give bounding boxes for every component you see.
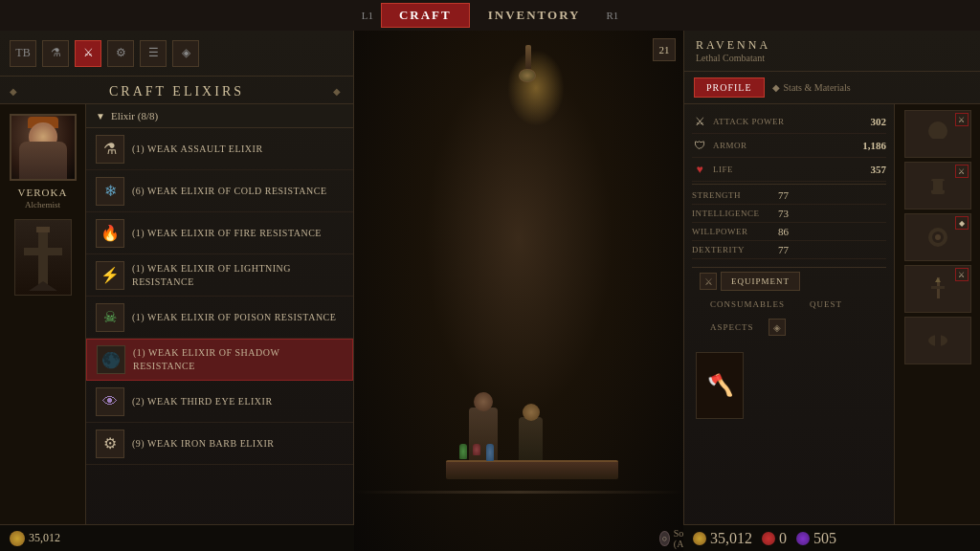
intelligence-label: Intelligence	[692, 209, 759, 218]
right-content-area: ⚔ Attack Power 302 🛡 Armor 1,186 ♥ Life …	[684, 104, 980, 551]
env-char-head	[474, 392, 493, 411]
elixir-text-cold: (6) WEAK ELIXIR OF COLD RESISTANCE	[132, 185, 327, 198]
right-bumper[interactable]: R1	[598, 10, 626, 21]
env-char2-head	[523, 404, 540, 421]
elixir-text-lightning: (1) WEAK ELIXIR OF LIGHTNING RESISTANCE	[132, 262, 344, 289]
env-lantern-glow	[507, 50, 565, 126]
category-arrow: ▼	[96, 111, 105, 121]
icon-tabs: TB ⚗ ⚔ ⚙ ☰ ◈	[10, 40, 199, 67]
armor-row: 🛡 Armor 1,186	[692, 134, 886, 158]
elixir-icon-shadow: 🌑	[97, 345, 125, 374]
inventory-tab[interactable]: INVENTORY	[470, 3, 599, 28]
elixir-item-shadow[interactable]: 🌑 (1) WEAK ELIXIR OF SHADOW RESISTANCE	[86, 339, 353, 381]
game-view-panel: 21 ○ Sort (All) ● Close	[354, 31, 683, 551]
icon-tabs-row: TB ⚗ ⚔ ⚙ ☰ ◈	[0, 31, 353, 77]
char-tab-1[interactable]: TB	[10, 40, 36, 67]
char-tab-2[interactable]: ⚗	[42, 40, 69, 67]
weapon-slots: 🪓	[692, 348, 886, 423]
attack-power-row: ⚔ Attack Power 302	[692, 110, 886, 134]
svg-rect-15	[935, 335, 941, 346]
right-char-name: RAVENNA	[696, 38, 969, 53]
char-tab-5[interactable]: ☰	[140, 40, 167, 67]
elixir-item-lightning[interactable]: ⚡ (1) WEAK ELIXIR OF LIGHTNING RESISTANC…	[86, 254, 353, 297]
elixir-item-cold[interactable]: ❄ (6) WEAK ELIXIR OF COLD RESISTANCE	[86, 170, 353, 212]
main-layout: TB ⚗ ⚔ ⚙ ☰ ◈ CRAFT ELIXIRS	[0, 31, 980, 551]
willpower-value: 86	[765, 226, 789, 237]
dexterity-value: 77	[765, 244, 789, 255]
stats-materials-label: Stats & Materials	[784, 82, 851, 93]
elixir-item-thirdeye[interactable]: 👁 (2) WEAK THIRD EYE ELIXIR	[86, 381, 353, 423]
svg-rect-8	[943, 181, 947, 190]
env-craft-table	[446, 460, 618, 479]
chest-slot[interactable]: ⚔	[904, 162, 971, 209]
elixir-item-poison[interactable]: ☠ (1) WEAK ELIXIR OF POISON RESISTANCE	[86, 297, 353, 339]
ring-slot[interactable]: ◆	[904, 213, 971, 261]
profile-tab[interactable]: Profile	[694, 77, 765, 98]
elixir-text-assault: (1) WEAK ASSAULT ELIXIR	[132, 143, 263, 156]
svg-rect-7	[928, 181, 933, 190]
elixir-icon-fire: 🔥	[96, 219, 124, 248]
stats-panel: ⚔ Attack Power 302 🛡 Armor 1,186 ♥ Life …	[684, 104, 894, 551]
intelligence-row: Intelligence 73	[692, 205, 886, 223]
dexterity-label: Dexterity	[692, 245, 759, 254]
svg-point-10	[935, 234, 941, 240]
elixir-icon-poison: ☠	[96, 303, 124, 332]
aspects-tab-icon[interactable]: ◈	[768, 319, 786, 336]
category-label: Elixir (8/8)	[111, 110, 158, 121]
craft-tab[interactable]: CRAFT	[381, 3, 470, 28]
elixir-icon-lightning: ⚡	[96, 261, 124, 290]
character-role: Alchemist	[25, 200, 60, 209]
right-purple-icon	[796, 532, 810, 545]
equipment-tab[interactable]: Equipment	[721, 272, 800, 291]
env-floor-line	[354, 491, 683, 494]
stats-materials-tab[interactable]: ◆ Stats & Materials	[772, 82, 851, 93]
weapon-slot-badge: ⚔	[955, 268, 969, 281]
char-tab-6[interactable]: ◈	[172, 40, 199, 67]
env-lantern-pole	[525, 45, 531, 69]
char-tab-3[interactable]: ⚔	[75, 40, 101, 67]
left-currency-bar: 35,012	[0, 524, 354, 551]
strength-row: Strength 77	[692, 187, 886, 205]
offhand-slot[interactable]	[904, 317, 971, 364]
strength-value: 77	[765, 189, 789, 201]
life-value: 357	[871, 164, 887, 175]
svg-marker-2	[29, 281, 57, 291]
head-slot[interactable]: ⚔	[904, 110, 971, 158]
elixir-icon-cold: ❄	[96, 177, 124, 206]
aspects-tab[interactable]: Aspects	[700, 318, 765, 337]
ring-slot-badge: ◆	[955, 216, 969, 230]
head-slot-badge: ⚔	[955, 113, 969, 126]
svg-rect-12	[931, 286, 945, 289]
weapon-slot-axe[interactable]: 🪓	[696, 352, 744, 419]
left-bumper[interactable]: L1	[354, 10, 381, 21]
env-lantern	[519, 69, 536, 82]
elixir-item-ironbarb[interactable]: ⚙ (9) WEAK IRON BARB ELIXIR	[86, 423, 353, 465]
dexterity-row: Dexterity 77	[692, 241, 886, 259]
equipment-tab-icon[interactable]: ⚔	[700, 273, 717, 290]
right-purple: 505	[796, 530, 836, 547]
right-panel: RAVENNA Lethal Combatant Profile ◆ Stats…	[683, 31, 980, 551]
char-tab-4[interactable]: ⚙	[107, 40, 134, 67]
env-bottle-3	[486, 444, 494, 461]
elixir-list[interactable]: ⚗ (1) WEAK ASSAULT ELIXIR ❄ (6) WEAK ELI…	[86, 128, 353, 551]
gold-icon	[10, 531, 25, 546]
portrait-body	[19, 142, 67, 180]
env-bottle-2	[473, 444, 480, 455]
portrait-box	[10, 114, 77, 181]
armor-value: 1,186	[862, 140, 886, 151]
right-red: 0	[762, 530, 787, 547]
game-environment: 21	[354, 31, 683, 551]
sort-button-icon[interactable]: ○	[659, 531, 670, 546]
quest-tab[interactable]: Quest	[799, 295, 853, 314]
elixir-item-assault[interactable]: ⚗ (1) WEAK ASSAULT ELIXIR	[86, 128, 353, 170]
elixir-item-fire[interactable]: 🔥 (1) WEAK ELIXIR OF FIRE RESISTANCE	[86, 212, 353, 254]
equipment-slots-panel: ⚔ ⚔ ◆ ⚔	[894, 104, 980, 551]
right-gold-amount: 35,012	[710, 530, 752, 547]
svg-rect-1	[24, 248, 62, 255]
elixir-text-ironbarb: (9) WEAK IRON BARB ELIXIR	[132, 437, 274, 451]
level-badge: 21	[653, 38, 676, 61]
consumables-tab[interactable]: Consumables	[700, 295, 795, 314]
armor-label: Armor	[713, 141, 857, 150]
character-portrait-side: VEROKA Alchemist	[0, 104, 86, 551]
weapon-slot[interactable]: ⚔	[904, 265, 971, 313]
